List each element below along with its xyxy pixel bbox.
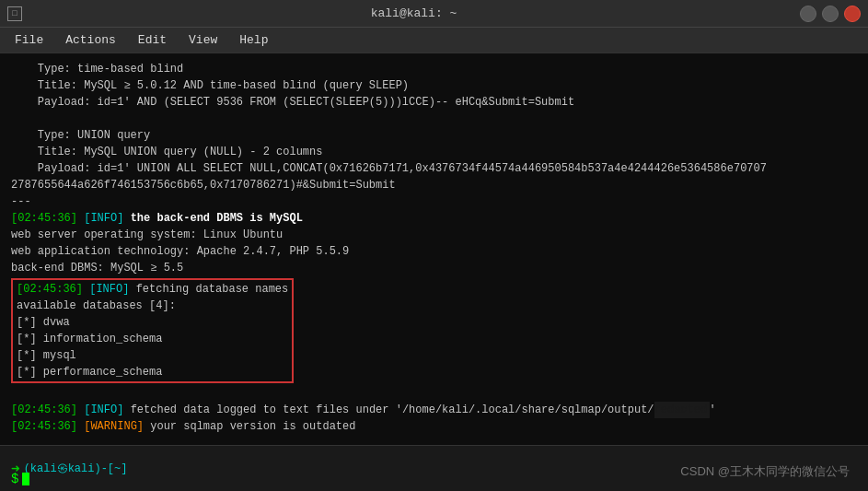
menubar: File Actions Edit View Help [0, 28, 868, 53]
terminal-line [11, 385, 857, 402]
terminal-line: web application technology: Apache 2.4.7… [11, 243, 857, 260]
titlebar-buttons [800, 6, 861, 22]
terminal-line: back-end DBMS: MySQL ≥ 5.5 [11, 260, 857, 276]
terminal-line [11, 111, 857, 127]
terminal-line: --- [11, 193, 857, 210]
terminal-line: Type: UNION query [11, 127, 857, 144]
maximize-button[interactable] [822, 6, 839, 22]
terminal-line: Payload: id=1' UNION ALL SELECT NULL,CON… [11, 160, 857, 177]
menu-help[interactable]: Help [236, 31, 272, 49]
watermark: CSDN @王木木同学的微信公号 [680, 463, 850, 480]
menu-file[interactable]: File [11, 31, 47, 49]
terminal-line: [02:45:36] [WARNING] your sqlmap version… [11, 418, 857, 435]
cursor [22, 473, 29, 485]
prompt-user: (kali㉿kali)-[~] [24, 461, 128, 476]
menu-view[interactable]: View [185, 31, 221, 49]
terminal-line: Payload: id=1' AND (SELECT 9536 FROM (SE… [11, 94, 857, 111]
terminal-line: [*] information_schema [17, 331, 288, 347]
terminal-line: Type: time-based blind [11, 61, 857, 77]
terminal-line: available databases [4]: [17, 298, 288, 314]
close-button[interactable] [844, 6, 861, 22]
watermark-text: CSDN @王木木同学的微信公号 [680, 464, 850, 478]
minimize-button[interactable] [800, 6, 816, 22]
terminal[interactable]: Type: time-based blind Title: MySQL ≥ 5.… [0, 53, 868, 445]
highlighted-section: [02:45:36] [INFO] fetching database name… [11, 278, 294, 383]
prompt-dollar: $ [11, 472, 18, 486]
terminal-line: Title: MySQL ≥ 5.0.12 AND time-based bli… [11, 77, 857, 94]
terminal-line: [*] performance_schema [17, 364, 288, 380]
terminal-line: [02:45:36] [INFO] fetched data logged to… [11, 402, 857, 418]
titlebar: □ kali@kali: ~ [0, 0, 868, 28]
titlebar-left: □ [7, 6, 28, 21]
terminal-line: web server operating system: Linux Ubunt… [11, 227, 857, 243]
titlebar-title: kali@kali: ~ [371, 6, 457, 20]
menu-actions[interactable]: Actions [62, 31, 120, 49]
terminal-line: Title: MySQL UNION query (NULL) - 2 colu… [11, 144, 857, 160]
terminal-line [11, 435, 857, 445]
terminal-line: [*] mysql [17, 347, 288, 364]
terminal-line: [02:45:36] [INFO] the back-end DBMS is M… [11, 210, 857, 227]
window-icon: □ [7, 6, 22, 21]
terminal-line: 2787655644a626f746153756c6b65,0x71707862… [11, 177, 857, 193]
terminal-line: [02:45:36] [INFO] fetching database name… [17, 281, 288, 298]
terminal-line: [*] dvwa [17, 314, 288, 331]
menu-edit[interactable]: Edit [134, 31, 170, 49]
